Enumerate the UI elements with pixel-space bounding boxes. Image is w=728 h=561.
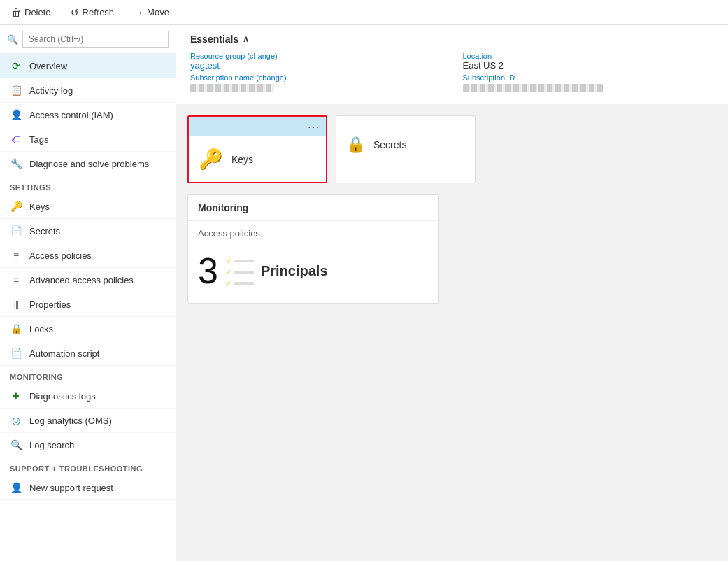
sidebar-item-label: Keys bbox=[29, 201, 50, 212]
keys-tile-icon: 🔑 bbox=[199, 148, 223, 171]
diagnose-icon: 🔧 bbox=[10, 157, 22, 170]
sidebar-item-diagnose[interactable]: 🔧 Diagnose and solve problems bbox=[0, 152, 176, 176]
sidebar-item-label: Automation script bbox=[29, 348, 99, 359]
sidebar-item-access-control[interactable]: 👤 Access control (IAM) bbox=[0, 103, 176, 127]
principals-count: 3 bbox=[198, 253, 218, 289]
access-policies-icon: ≡ bbox=[10, 249, 22, 262]
sidebar-item-label: Log analytics (OMS) bbox=[29, 416, 112, 426]
sidebar-item-label: Properties bbox=[29, 299, 71, 310]
essentials-section: Essentials ∧ Resource group (change) yag… bbox=[176, 25, 728, 104]
monitoring-card-content: 3 ✓ ✓ ✓ bbox=[188, 241, 438, 303]
settings-section-label: SETTINGS bbox=[0, 176, 176, 194]
properties-icon: ||| bbox=[10, 298, 22, 311]
resource-group-value[interactable]: yagtest bbox=[190, 60, 220, 71]
sidebar-item-log-search[interactable]: 🔍 Log search bbox=[0, 433, 176, 457]
subscription-name-label: Subscription name (change) bbox=[190, 73, 442, 82]
secrets-tile-icon: 🔒 bbox=[346, 136, 365, 154]
sidebar-item-label: Diagnostics logs bbox=[29, 391, 96, 402]
tags-icon: 🏷 bbox=[10, 133, 22, 145]
sidebar-item-label: Overview bbox=[29, 61, 67, 71]
principals-checklist-icon: ✓ ✓ ✓ bbox=[225, 257, 254, 288]
sidebar-item-advanced-access-policies[interactable]: ≡ Advanced access policies bbox=[0, 268, 176, 292]
essentials-header: Essentials ∧ bbox=[190, 34, 714, 45]
search-input[interactable] bbox=[22, 31, 169, 48]
top-toolbar: 🗑 Delete ↺ Refresh → Move bbox=[0, 0, 728, 25]
resource-group-label: Resource group (change) bbox=[190, 52, 442, 60]
essentials-grid: Resource group (change) yagtest Location… bbox=[190, 52, 714, 92]
sidebar: 🔍 ⟳ Overview 📋 Activity log 👤 Access con… bbox=[0, 25, 176, 561]
sidebar-item-keys[interactable]: 🔑 Keys bbox=[0, 194, 176, 219]
location-value: East US 2 bbox=[463, 60, 715, 71]
dashboard-area: ··· 🔑 Keys 🔒 Secrets bbox=[176, 104, 728, 315]
sidebar-item-label: Locks bbox=[29, 324, 53, 334]
search-icon: 🔍 bbox=[7, 34, 18, 45]
sidebar-item-properties[interactable]: ||| Properties bbox=[0, 292, 176, 317]
sidebar-item-label: Activity log bbox=[29, 85, 73, 96]
locks-icon: 🔒 bbox=[10, 322, 22, 335]
location-label: Location bbox=[463, 52, 715, 60]
sidebar-item-label: Log search bbox=[29, 440, 74, 450]
sidebar-item-locks[interactable]: 🔒 Locks bbox=[0, 317, 176, 341]
sidebar-item-label: Secrets bbox=[29, 226, 60, 236]
sidebar-item-label: Advanced access policies bbox=[29, 275, 134, 285]
advanced-policies-icon: ≡ bbox=[10, 274, 22, 286]
delete-icon: 🗑 bbox=[11, 7, 21, 18]
secrets-tile-label: Secrets bbox=[373, 139, 406, 150]
log-analytics-icon: ◎ bbox=[10, 414, 22, 427]
refresh-button[interactable]: ↺ Refresh bbox=[66, 6, 119, 20]
sidebar-item-secrets[interactable]: 📄 Secrets bbox=[0, 219, 176, 243]
monitoring-card: Monitoring Access policies 3 ✓ ✓ bbox=[187, 194, 439, 304]
essentials-chevron-icon[interactable]: ∧ bbox=[243, 34, 249, 44]
keys-tile[interactable]: ··· 🔑 Keys bbox=[187, 115, 327, 183]
keys-icon: 🔑 bbox=[10, 200, 22, 213]
content-area: Essentials ∧ Resource group (change) yag… bbox=[176, 25, 728, 561]
checklist-line-1: ✓ bbox=[225, 257, 254, 266]
location-item: Location East US 2 bbox=[463, 52, 715, 71]
checklist-line-3: ✓ bbox=[225, 279, 254, 288]
monitoring-header: Monitoring bbox=[188, 195, 438, 221]
sidebar-item-diagnostics-logs[interactable]: + Diagnostics logs bbox=[0, 384, 176, 409]
sidebar-item-access-policies[interactable]: ≡ Access policies bbox=[0, 243, 176, 268]
principals-label: Principals bbox=[261, 263, 328, 279]
checklist-line-2: ✓ bbox=[225, 268, 254, 277]
secrets-icon: 📄 bbox=[10, 225, 22, 237]
sidebar-item-tags[interactable]: 🏷 Tags bbox=[0, 127, 176, 152]
subscription-name-value bbox=[190, 84, 274, 92]
sidebar-item-label: Tags bbox=[29, 134, 48, 145]
sidebar-item-new-support[interactable]: 👤 New support request bbox=[0, 476, 176, 500]
sidebar-item-label: New support request bbox=[29, 483, 113, 493]
tiles-row: ··· 🔑 Keys 🔒 Secrets bbox=[187, 115, 717, 183]
keys-tile-menu-icon[interactable]: ··· bbox=[308, 121, 320, 132]
refresh-icon: ↺ bbox=[71, 7, 79, 18]
move-icon: → bbox=[134, 7, 143, 18]
resource-group-item: Resource group (change) yagtest bbox=[190, 52, 442, 71]
secrets-tile-body: 🔒 Secrets bbox=[336, 116, 475, 165]
diagnostics-icon: + bbox=[10, 390, 22, 402]
subscription-id-value bbox=[463, 84, 603, 92]
monitoring-section-label: MONITORING bbox=[0, 366, 176, 384]
log-search-icon: 🔍 bbox=[10, 439, 22, 451]
sidebar-item-log-analytics[interactable]: ◎ Log analytics (OMS) bbox=[0, 409, 176, 433]
subscription-id-item: Subscription ID bbox=[463, 73, 715, 92]
support-section-label: SUPPORT + TROUBLESHOOTING bbox=[0, 457, 176, 476]
access-policies-card-title: Access policies bbox=[188, 221, 438, 241]
iam-icon: 👤 bbox=[10, 108, 22, 121]
subscription-name-item: Subscription name (change) bbox=[190, 73, 442, 92]
sidebar-item-overview[interactable]: ⟳ Overview bbox=[0, 54, 176, 78]
sidebar-item-automation-script[interactable]: 📄 Automation script bbox=[0, 341, 176, 366]
activity-log-icon: 📋 bbox=[10, 84, 22, 97]
keys-tile-header: ··· bbox=[189, 117, 326, 136]
access-policies-card: Access policies 3 ✓ ✓ bbox=[188, 221, 438, 303]
move-button[interactable]: → Move bbox=[129, 6, 173, 20]
delete-button[interactable]: 🗑 Delete bbox=[7, 6, 55, 20]
secrets-tile[interactable]: 🔒 Secrets bbox=[336, 115, 476, 183]
sidebar-item-label: Access policies bbox=[29, 250, 92, 261]
support-icon: 👤 bbox=[10, 481, 22, 494]
overview-icon: ⟳ bbox=[10, 59, 22, 72]
automation-icon: 📄 bbox=[10, 347, 22, 360]
sidebar-item-label: Diagnose and solve problems bbox=[29, 159, 149, 169]
sidebar-item-activity-log[interactable]: 📋 Activity log bbox=[0, 78, 176, 103]
sidebar-item-label: Access control (IAM) bbox=[29, 110, 113, 120]
essentials-title: Essentials bbox=[190, 34, 238, 45]
monitoring-title: Monitoring bbox=[198, 202, 248, 213]
